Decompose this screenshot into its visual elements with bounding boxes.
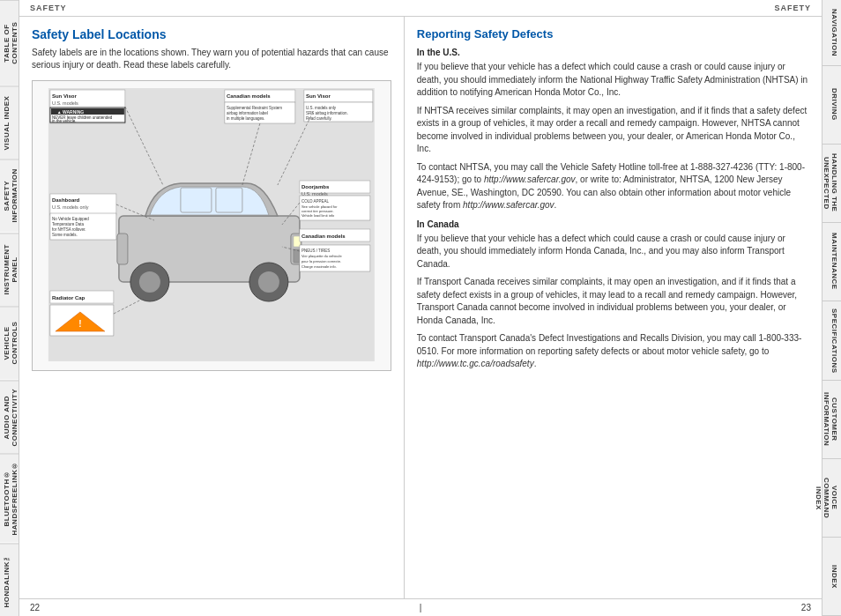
svg-text:for NHTSA rollover.: for NHTSA rollover. — [52, 227, 86, 232]
svg-rect-29 — [117, 234, 128, 264]
sidebar-item-navigation[interactable]: NAVIGATION — [822, 0, 841, 66]
canada-para-1: If you believe that your vehicle has a d… — [417, 233, 809, 271]
svg-text:Voir plaquette du vehicule: Voir plaquette du vehicule — [301, 254, 343, 258]
canada-para-3: To contact Transport Canada's Defect Inv… — [417, 332, 809, 371]
left-section-title: Safety Label Locations — [32, 27, 391, 41]
sidebar-item-voice-command-index[interactable]: VOICE COMMAND INDEX — [822, 459, 841, 538]
main-content: SAFETY SAFETY Safety Label Locations Saf… — [19, 0, 822, 616]
sidebar-item-table-of-contents[interactable]: TABLE OF CONTENTS — [0, 0, 19, 85]
sidebar-item-hondalink[interactable]: HONDALINK™ — [0, 543, 19, 616]
svg-text:Canadian models: Canadian models — [301, 234, 346, 239]
footer-bar: 22 | 23 — [19, 598, 822, 616]
svg-text:in the vehicle.: in the vehicle. — [52, 119, 77, 123]
svg-text:COLD APPEAL: COLD APPEAL — [301, 199, 330, 204]
svg-text:Dashboard: Dashboard — [52, 197, 80, 203]
header-left-label: SAFETY — [30, 4, 67, 12]
svg-text:Doorjambs: Doorjambs — [301, 184, 330, 189]
header-right-label: SAFETY — [774, 4, 811, 12]
sidebar-item-instrument-panel[interactable]: INSTRUMENT PANEL — [0, 233, 19, 306]
svg-text:!: ! — [78, 319, 81, 329]
sidebar-item-visual-index[interactable]: VISUAL INDEX — [0, 85, 19, 159]
right-column: Reporting Safety Defects In the U.S. If … — [405, 17, 822, 598]
svg-text:Sun Visor: Sun Visor — [52, 93, 78, 99]
svg-text:in multiple languages.: in multiple languages. — [227, 116, 265, 121]
sidebar-item-specifications[interactable]: SPECIFICATIONS — [822, 301, 841, 382]
svg-text:Read carefully.: Read carefully. — [306, 116, 332, 121]
svg-text:Radiator Cap: Radiator Cap — [52, 295, 86, 301]
svg-point-25 — [139, 271, 160, 293]
svg-text:No Vehicle Equipped: No Vehicle Equipped — [52, 217, 89, 221]
svg-text:Supplemental Restraint System: Supplemental Restraint System — [227, 106, 282, 110]
us-para-1: If you believe that your vehicle has a d… — [417, 61, 809, 100]
canada-para-2: If Transport Canada receives similar com… — [417, 276, 809, 327]
svg-text:U.S. models: U.S. models — [52, 100, 78, 106]
safety-label-diagram: Sun Visor U.S. models ▲ WARNING NEVER le… — [32, 80, 391, 371]
svg-text:Canadian models: Canadian models — [227, 93, 271, 99]
svg-text:Some models.: Some models. — [52, 233, 78, 237]
svg-text:pour la pression correcte.: pour la pression correcte. — [301, 259, 341, 263]
footer-divider: | — [420, 603, 422, 612]
svg-text:Temperature Data: Temperature Data — [52, 222, 85, 226]
sidebar-item-audio-connectivity[interactable]: AUDIO AND CONNECTIVITY — [0, 380, 19, 453]
page-number-left: 22 — [30, 603, 40, 612]
us-para-3: To contact NHTSA, you may call the Vehic… — [417, 161, 809, 212]
sidebar-item-driving[interactable]: DRIVING — [822, 66, 841, 145]
svg-rect-23 — [216, 188, 242, 212]
sidebar-item-bluetooth[interactable]: BLUETOOTH® HANDSFREELINK® — [0, 453, 19, 542]
left-column: Safety Label Locations Safety labels are… — [19, 17, 405, 598]
sidebar-item-maintenance[interactable]: MAINTENANCE — [822, 223, 841, 301]
svg-point-27 — [258, 271, 279, 293]
sidebar-item-handling-unexpected[interactable]: HANDLING THE UNEXPECTED — [822, 145, 841, 223]
content-columns: Safety Label Locations Safety labels are… — [19, 17, 822, 598]
sidebar-item-vehicle-controls[interactable]: VEHICLE CONTROLS — [0, 306, 19, 379]
right-section-title: Reporting Safety Defects — [417, 27, 809, 41]
car-diagram-svg: Sun Visor U.S. models ▲ WARNING NEVER le… — [40, 88, 383, 361]
sidebar-item-index[interactable]: INDEX — [822, 538, 841, 616]
svg-text:Charge maximale info.: Charge maximale info. — [301, 264, 337, 269]
header-bar: SAFETY SAFETY — [19, 0, 822, 17]
right-sidebar: NAVIGATION DRIVING HANDLING THE UNEXPECT… — [822, 0, 841, 616]
sidebar-item-customer-information[interactable]: CUSTOMER INFORMATION — [822, 381, 841, 459]
left-intro-text: Safety labels are in the locations shown… — [32, 47, 391, 71]
svg-text:PNEUS / TIRES: PNEUS / TIRES — [301, 249, 330, 253]
svg-text:U.S. models only: U.S. models only — [306, 106, 337, 110]
page-number-right: 23 — [801, 603, 811, 612]
us-para-2: If NHTSA receives similar complaints, it… — [417, 105, 809, 156]
subtitle-canada: In Canada — [417, 219, 809, 229]
svg-text:U.S. models only: U.S. models only — [52, 204, 89, 210]
svg-text:Sun Visor: Sun Visor — [306, 93, 331, 99]
svg-text:Vehicle load limit info: Vehicle load limit info — [301, 213, 335, 218]
svg-text:▲ WARNING: ▲ WARNING — [57, 109, 85, 115]
sidebar-item-safety-information[interactable]: SAFETY INFORMATION — [0, 159, 19, 232]
subtitle-us: In the U.S. — [417, 48, 809, 57]
left-sidebar: TABLE OF CONTENTS VISUAL INDEX SAFETY IN… — [0, 0, 19, 616]
svg-text:airbag information label: airbag information label — [227, 111, 268, 115]
svg-rect-22 — [181, 188, 212, 212]
